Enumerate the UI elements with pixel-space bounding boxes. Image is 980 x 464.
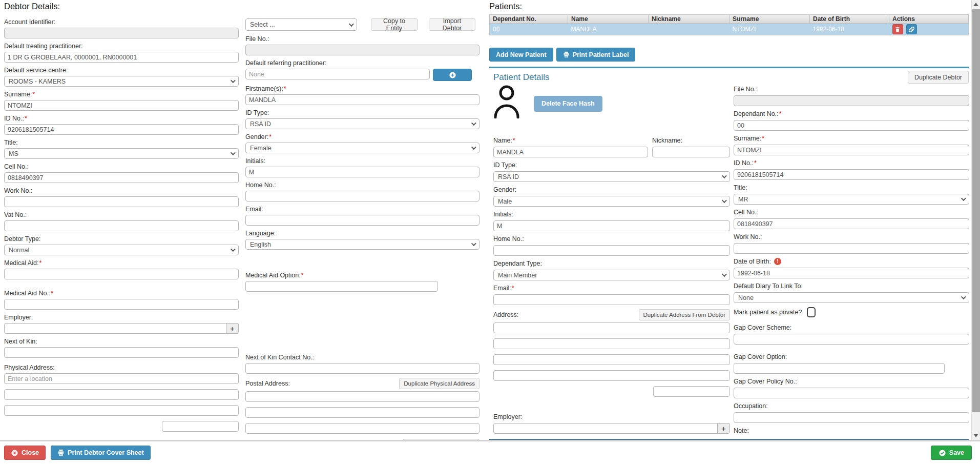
delete-patient-button[interactable] — [892, 24, 903, 34]
debtor-work-no-input[interactable] — [4, 196, 239, 207]
gap-cover-option-input[interactable] — [734, 363, 945, 374]
vertical-scrollbar[interactable] — [971, 0, 980, 440]
medical-aid-input[interactable] — [4, 269, 239, 279]
field-patient-surname: Surname:* — [734, 135, 969, 155]
medical-aid-option-input[interactable] — [245, 281, 438, 292]
patients-table: Dependant No. Name Nickname Surname Date… — [489, 14, 969, 35]
print-patient-label-button[interactable]: Print Patient Label — [556, 48, 636, 62]
patient-address-code[interactable] — [653, 386, 730, 397]
field-postal-address: Postal Address: Duplicate Physical Addre… — [245, 378, 479, 450]
gap-cover-scheme-input[interactable] — [734, 334, 969, 345]
patient-email-input[interactable] — [493, 294, 730, 305]
dependant-no-label: Dependant No.: — [734, 110, 779, 117]
vat-no-input[interactable] — [4, 220, 239, 231]
duplicate-physical-address-button[interactable]: Duplicate Physical Address — [399, 378, 479, 389]
next-of-kin-input[interactable] — [4, 347, 239, 358]
patient-work-no-input[interactable] — [734, 243, 969, 254]
patient-name-input[interactable] — [493, 147, 648, 157]
field-language: Language: English — [245, 230, 479, 250]
import-debtor-button[interactable]: Import Debtor — [429, 18, 475, 31]
plus-icon[interactable]: + — [718, 423, 730, 434]
physical-address-label: Physical Address: — [4, 364, 239, 372]
required-marker: * — [779, 110, 782, 117]
chevron-down-icon — [471, 241, 476, 246]
postal-address-line-1[interactable] — [245, 391, 479, 402]
add-referring-practitioner-button[interactable] — [433, 69, 472, 81]
duplicate-address-from-debtor-button[interactable]: Duplicate Address From Debtor — [639, 309, 730, 320]
next-of-kin-contact-input[interactable] — [245, 363, 479, 374]
postal-address-line-2[interactable] — [245, 407, 479, 418]
chevron-down-icon — [722, 272, 727, 277]
scrollbar-thumb[interactable] — [972, 9, 980, 412]
date-of-birth-input[interactable] — [734, 268, 969, 278]
patient-surname-input[interactable] — [734, 145, 969, 155]
id-type-label: ID Type: — [245, 109, 479, 117]
physical-address-line-2[interactable] — [4, 389, 239, 400]
initials-label: Initials: — [245, 157, 479, 165]
debtor-home-no-input[interactable] — [245, 191, 479, 201]
debtor-employer-input[interactable] — [4, 323, 226, 334]
patient-address-line-4[interactable] — [493, 370, 730, 381]
link-icon — [908, 26, 915, 33]
patient-address-line-2[interactable] — [493, 338, 730, 349]
debtor-email-input[interactable] — [245, 215, 479, 226]
patient-employer-input[interactable] — [493, 423, 718, 434]
delete-face-hash-button[interactable]: Delete Face Hash — [534, 96, 602, 112]
debtor-type-select[interactable]: Normal — [4, 245, 239, 255]
link-patient-button[interactable] — [906, 24, 917, 34]
physical-address-code[interactable] — [162, 421, 239, 432]
debtor-gender-select[interactable]: Female — [245, 143, 479, 153]
patient-gender-select[interactable]: Male — [493, 196, 730, 207]
patient-address-line-1[interactable] — [493, 322, 730, 333]
physical-address-line-3[interactable] — [4, 405, 239, 416]
dependant-no-input[interactable] — [734, 120, 969, 131]
referring-practitioner-input[interactable] — [245, 69, 430, 79]
add-new-patient-button[interactable]: Add New Patient — [489, 48, 553, 62]
patient-home-no-input[interactable] — [493, 245, 730, 256]
copy-to-entity-button[interactable]: Copy to Entity — [371, 18, 418, 31]
patient-title-select[interactable]: MR — [734, 194, 969, 205]
service-centre-select[interactable]: ROOMS - KAMERS — [4, 76, 239, 87]
scroll-down-arrow-icon[interactable] — [973, 434, 978, 437]
field-referring-practitioner: Default referring practitioner: — [245, 59, 479, 81]
close-button[interactable]: Close — [4, 446, 46, 460]
debtor-surname-input[interactable] — [4, 100, 239, 111]
medical-aid-no-input[interactable] — [4, 299, 239, 310]
mark-private-checkbox[interactable] — [807, 307, 816, 317]
print-debtor-cover-sheet-button[interactable]: Print Debtor Cover Sheet — [51, 446, 151, 460]
vat-no-label: Vat No.: — [4, 211, 239, 219]
patient-id-type-select[interactable]: RSA ID — [493, 171, 730, 182]
patient-initials-input[interactable] — [493, 220, 730, 231]
patient-cell-no-input[interactable] — [734, 218, 969, 229]
save-button[interactable]: Save — [931, 446, 972, 460]
debtor-id-type-select[interactable]: RSA ID — [245, 118, 479, 129]
medical-aid-no-label: Medical Aid No.: — [4, 290, 50, 297]
postal-address-line-3[interactable] — [245, 423, 479, 434]
patient-address-line-3[interactable] — [493, 354, 730, 365]
default-diary-select[interactable]: None — [734, 292, 969, 303]
patient-row-selected[interactable]: 00 MANDLA NTOMZI 1992-06-18 — [490, 24, 969, 35]
chevron-down-icon — [231, 247, 236, 252]
debtor-title-select[interactable]: MS — [4, 148, 239, 159]
debtor-cell-no-input[interactable] — [4, 172, 239, 183]
gender-label: Gender: — [493, 186, 730, 194]
language-select[interactable]: English — [245, 239, 479, 250]
debtor-details-heading: Debtor Details: — [4, 1, 479, 11]
field-medical-aid-option: Medical Aid Option:* — [245, 272, 479, 292]
patient-nickname-input[interactable] — [652, 147, 730, 157]
dependant-type-select[interactable]: Main Member — [493, 270, 730, 280]
name-label: Name: — [493, 137, 512, 144]
required-marker: * — [513, 137, 515, 144]
scroll-up-arrow-icon[interactable] — [973, 3, 978, 6]
patient-id-no-input[interactable] — [734, 169, 969, 180]
occupation-input[interactable] — [734, 412, 969, 423]
physical-address-line-1[interactable] — [4, 373, 239, 384]
plus-icon[interactable]: + — [226, 323, 239, 334]
entity-select[interactable]: Select ... — [245, 18, 357, 31]
firstname-input[interactable] — [245, 94, 479, 105]
treating-practitioner-input[interactable] — [4, 52, 239, 63]
debtor-id-no-input[interactable] — [4, 124, 239, 135]
gap-cover-policy-no-input[interactable] — [734, 388, 969, 398]
field-patient-file-no: File No.: — [734, 86, 969, 106]
debtor-initials-input[interactable] — [245, 167, 479, 177]
